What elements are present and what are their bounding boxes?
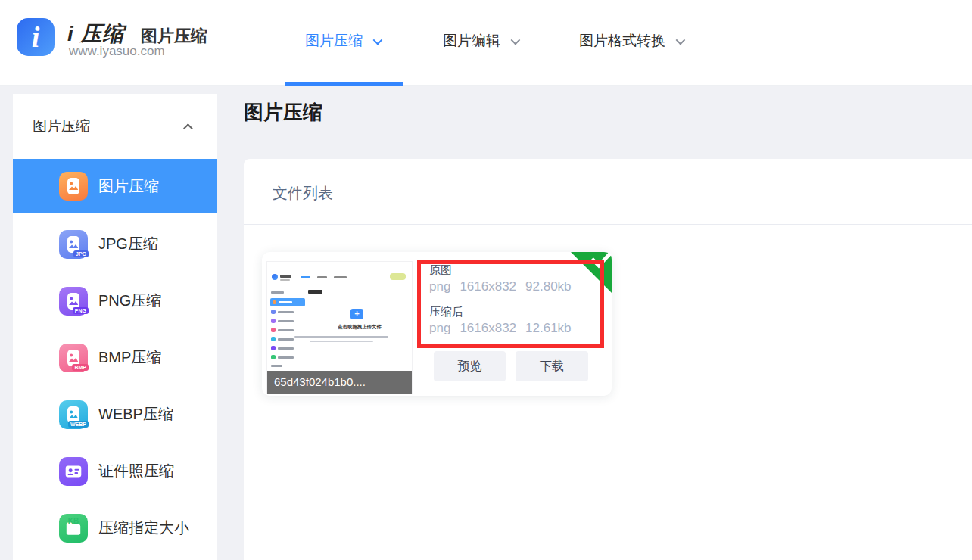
bmp-badge: BMP — [72, 364, 89, 371]
sidebar-item-label: 图片压缩 — [98, 176, 159, 197]
page-title: 图片压缩 — [244, 99, 322, 126]
compressed-info: png 1616x832 12.61kb — [429, 321, 572, 336]
mini-text-bar — [310, 341, 373, 342]
sidebar-item-label: 证件照压缩 — [98, 461, 174, 481]
kb-target-size-icon: KB — [59, 514, 88, 543]
brand-url: www.iyasuo.com — [69, 44, 165, 59]
png-compress-icon: PNG — [59, 287, 88, 316]
jpg-badge: JPG — [73, 250, 89, 257]
jpg-compress-icon: JPG — [59, 230, 88, 259]
sidebar-item-label: PNG压缩 — [98, 291, 161, 311]
original-format: png — [429, 279, 450, 294]
id-photo-compress-icon — [59, 457, 88, 486]
mini-nav-bar — [334, 276, 347, 278]
original-label: 原图 — [429, 263, 452, 278]
chevron-down-icon — [676, 35, 686, 45]
image-compress-icon — [59, 172, 88, 201]
panel-divider — [244, 224, 972, 225]
chevron-down-icon — [511, 35, 521, 45]
preview-button[interactable]: 预览 — [434, 351, 506, 381]
sidebar-item-bmp-compress[interactable]: BMP BMP压缩 — [13, 329, 217, 386]
top-header: i i 压缩 图片压缩 www.iyasuo.com 图片压缩 图片编辑 图片格… — [0, 0, 972, 86]
original-dimensions: 1616x832 — [460, 279, 516, 294]
sidebar-item-label: BMP压缩 — [98, 347, 161, 368]
kb-badge: KB — [59, 517, 88, 525]
original-size: 92.80kb — [525, 279, 572, 294]
sidebar-item-label: 压缩指定大小 — [98, 518, 189, 538]
sidebar-group-label: 图片压缩 — [33, 117, 90, 136]
nav-tab-format-convert[interactable]: 图片格式转换 — [579, 31, 683, 51]
active-tab-underline — [285, 82, 403, 86]
sidebar-item-label: JPG压缩 — [98, 234, 158, 254]
mini-text-bar — [294, 336, 388, 338]
file-thumbnail[interactable]: + 点击或拖拽上传文件 65d43f024b1b0.... — [266, 261, 413, 394]
webp-badge: WEBP — [68, 421, 89, 428]
mini-brand-bar — [280, 275, 291, 278]
compressed-size: 12.61kb — [525, 321, 572, 336]
mini-nav-bar — [301, 276, 310, 278]
file-list-panel: 文件列表 + 点击或拖拽上传文件 — [244, 159, 972, 560]
sidebar-item-id-photo-compress[interactable]: 证件照压缩 — [13, 443, 217, 499]
compressed-dimensions: 1616x832 — [460, 321, 516, 336]
panel-title: 文件列表 — [273, 183, 333, 204]
png-badge: PNG — [73, 307, 89, 314]
sidebar: 图片压缩 图片压缩 JPG JPG压缩 PNG PNG压缩 BMP BMP压缩 — [13, 94, 217, 560]
mini-upload-plus-button: + — [350, 309, 363, 319]
success-corner-check-icon — [569, 252, 612, 294]
file-card: + 点击或拖拽上传文件 65d43f024b1b0.... 原图 png 161… — [262, 252, 612, 396]
mini-nav-bar — [317, 276, 327, 278]
nav-tab-label: 图片格式转换 — [579, 31, 665, 51]
chevron-down-icon — [373, 35, 383, 45]
bmp-compress-icon: BMP — [59, 344, 88, 372]
download-button[interactable]: 下载 — [516, 351, 588, 381]
sidebar-item-png-compress[interactable]: PNG PNG压缩 — [13, 272, 217, 329]
sidebar-item-image-compress[interactable]: 图片压缩 — [13, 159, 217, 213]
chevron-up-icon — [183, 123, 193, 133]
filename-label: 65d43f024b1b0.... — [267, 371, 412, 394]
brand-logo-icon[interactable]: i — [17, 18, 55, 56]
sidebar-item-jpg-compress[interactable]: JPG JPG压缩 — [13, 216, 217, 272]
mini-logo-icon — [272, 274, 278, 280]
nav-tab-image-edit[interactable]: 图片编辑 — [443, 31, 518, 51]
original-info: png 1616x832 92.80kb — [429, 279, 572, 294]
nav-tab-label: 图片编辑 — [443, 31, 500, 51]
mini-brand-bar — [280, 279, 290, 281]
compressed-format: png — [429, 321, 450, 336]
mini-heading-bar — [308, 290, 322, 294]
sidebar-group-header[interactable]: 图片压缩 — [13, 94, 217, 159]
compressed-label: 压缩后 — [429, 305, 463, 319]
sidebar-item-webp-compress[interactable]: WEBP WEBP压缩 — [13, 386, 217, 443]
mini-button-pill — [390, 273, 406, 280]
sidebar-item-target-size-compress[interactable]: KB 压缩指定大小 — [13, 499, 217, 556]
nav-tab-label: 图片压缩 — [305, 31, 363, 51]
mini-upload-hint: 点击或拖拽上传文件 — [317, 324, 402, 331]
sidebar-item-label: WEBP压缩 — [98, 404, 173, 425]
nav-tab-image-compress[interactable]: 图片压缩 — [305, 31, 380, 51]
webp-compress-icon: WEBP — [59, 400, 88, 429]
mini-sidebar-active-row — [270, 298, 305, 306]
